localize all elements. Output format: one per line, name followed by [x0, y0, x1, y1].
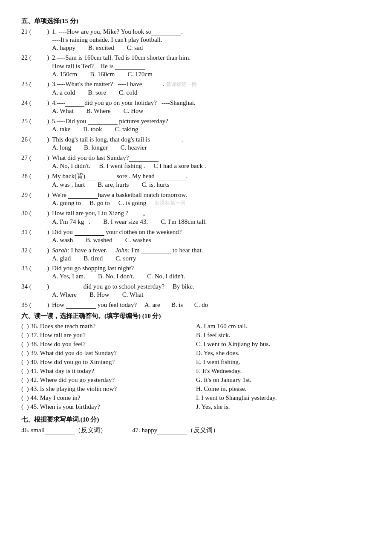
question-34: 34 ( ) did you go to school yesterday? B…: [21, 283, 371, 298]
q32-num: 32 (: [21, 247, 39, 254]
q35-paren: ): [39, 301, 52, 309]
question-23: 23 ( ) 3.----What's the matter? ----I ha…: [21, 81, 371, 96]
match-answer-J: J. Yes, she is.: [196, 403, 371, 410]
q28-choices: A. was , hurtB. are, hurtsC. is, hurts: [52, 181, 371, 188]
question-21: 21 ( ) 1. ----How are you, Mike? You loo…: [21, 28, 371, 52]
q23-text: 3.----What's the matter? ----I have . 新课…: [52, 81, 371, 88]
q32-paren: ): [39, 247, 52, 254]
q21-choices: A. happyB. excitedC. sad: [52, 44, 371, 52]
match-item-40: ( ) 40. How did you go to Xinjiang?: [21, 358, 196, 366]
match-answer-C: C. I went to Xinjiang by bus.: [196, 341, 371, 348]
question-31: 31 ( ) Did you your clothes on the weeke…: [21, 228, 371, 244]
section6-title: 六、读一读，选择正确答句。(填字母编号) (10 分): [21, 312, 371, 320]
q24-paren: ): [39, 99, 52, 107]
question-27: 27 ( ) What did you do last Sunday? A. N…: [21, 154, 371, 170]
q22-num: 22 (: [21, 54, 39, 61]
question-24: 24 ( ) 4.---- did you go on your holiday…: [21, 99, 371, 115]
q21-text: 1. ----How are you, Mike? You look so .: [52, 28, 371, 35]
q24-choices: A. WhatB. WhereC. How: [52, 107, 371, 115]
q33-text: Did you go shopping last night?: [52, 265, 371, 272]
q26-num: 26 (: [21, 136, 39, 143]
question-29: 29 ( ) We're have a basketball match tom…: [21, 191, 371, 207]
q31-text: Did you your clothes on the weekend?: [52, 228, 371, 236]
q34-choices: A. WhereB. HowC. What: [52, 291, 371, 298]
question-28: 28 ( ) My back(背) sore . My head . A. wa…: [21, 172, 371, 188]
q23-choices: A. a coldB. soreC. cold: [52, 89, 371, 96]
q30-num: 30 (: [21, 210, 39, 217]
q24-text: 4.---- did you go on your holiday? ----S…: [52, 99, 371, 107]
match-item-37: ( ) 37. How tall are you?: [21, 332, 196, 339]
q26-choices: A. longB. longerC. heavier: [52, 144, 371, 151]
q27-num: 27 (: [21, 154, 39, 162]
match-item-43: ( ) 43. Is she playing the violin now?: [21, 385, 196, 393]
q30-choices: A. I'm 74 kg .B. I wear size 43.C. I'm 1…: [52, 218, 371, 225]
match-item-42: ( ) 42. Where did you go yesterday?: [21, 376, 196, 384]
q21-line2: ----It's raining outside. I can't play f…: [52, 36, 371, 43]
q28-paren: ): [39, 173, 52, 180]
q29-num: 29 (: [21, 191, 39, 199]
q35-num: 35 (: [21, 301, 39, 309]
question-30: 30 ( ) How tall are you, Liu Xiang ? 。 A…: [21, 209, 371, 225]
q25-paren: ): [39, 118, 52, 125]
q29-text: We're have a basketball match tomorrow.: [52, 191, 371, 199]
q25-num: 25 (: [21, 118, 39, 125]
question-32: 32 ( ) Sarah: I have a fever. John: I'm …: [21, 246, 371, 262]
q27-paren: ): [39, 154, 52, 162]
q22-choices: A. 150cmB. 160cmC. 170cm: [52, 71, 371, 78]
q28-num: 28 (: [21, 173, 39, 180]
q32-choices: A. gladB. tiredC. sorry: [52, 255, 371, 262]
match-answer-I: I. I went to Shanghai yesterday.: [196, 394, 371, 402]
q33-choices: A. Yes, I am.B. No, I don't.C. No, I did…: [52, 273, 371, 280]
match-answer-H: H. Come in, please.: [196, 385, 371, 393]
q22-line2: How tall is Ted? He is: [52, 62, 371, 70]
match-container: ( ) 36. Does she teach math? ( ) 37. How…: [21, 323, 371, 412]
q23-num: 23 (: [21, 81, 39, 88]
q21-paren: ): [39, 28, 52, 35]
question-22: 22 ( ) 2.----Sam is 160cm tall. Ted is 1…: [21, 54, 371, 78]
vocab-item-47: 47. happy （反义词）: [132, 426, 219, 434]
question-35: 35 ( ) How you feel today? A. are B. is …: [21, 301, 371, 309]
q31-paren: ): [39, 228, 52, 236]
match-answer-B: B. I feel sick.: [196, 332, 371, 339]
q25-text: 5.----Did you pictures yesterday?: [52, 117, 371, 125]
q34-text: did you go to school yesterday? By bike.: [52, 283, 371, 290]
match-right: A. I am 160 cm tall. B. I feel sick. C. …: [196, 323, 371, 412]
q22-paren: ): [39, 54, 52, 61]
q30-text: How tall are you, Liu Xiang ? 。: [52, 209, 371, 217]
q30-paren: ): [39, 210, 52, 217]
q34-paren: ): [39, 283, 52, 290]
q35-text: How you feel today? A. are B. is C. do: [52, 301, 371, 309]
match-left: ( ) 36. Does she teach math? ( ) 37. How…: [21, 323, 196, 412]
match-answer-E: E. I went fishing.: [196, 358, 371, 366]
q25-choices: A. takeB. tookC. taking: [52, 126, 371, 133]
q27-choices: A. No, I didn't.B. I went fishing .C I h…: [52, 162, 371, 170]
q27-text: What did you do last Sunday?: [52, 154, 371, 162]
section5-title: 五、单项选择(15 分): [21, 17, 371, 25]
q26-paren: ): [39, 136, 52, 143]
q31-num: 31 (: [21, 228, 39, 236]
q28-text: My back(背) sore . My head .: [52, 172, 371, 180]
q23-paren: ): [39, 81, 52, 88]
q22-text: 2.----Sam is 160cm tall. Ted is 10cm sho…: [52, 54, 371, 61]
q21-num: 21 (: [21, 28, 39, 35]
match-item-44: ( ) 44. May I come in?: [21, 394, 196, 402]
question-33: 33 ( ) Did you go shopping last night? A…: [21, 265, 371, 280]
question-26: 26 ( ) This dog's tail is long, that dog…: [21, 136, 371, 151]
q29-paren: ): [39, 191, 52, 199]
match-item-41: ( ) 41. What day is it today?: [21, 367, 196, 375]
match-item-45: ( ) 45. When is your birthday?: [21, 403, 196, 410]
q34-num: 34 (: [21, 283, 39, 290]
q26-text: This dog's tail is long, that dog's tail…: [52, 136, 371, 143]
q33-paren: ): [39, 265, 52, 272]
match-answer-G: G. It's on January 1st.: [196, 376, 371, 384]
q32-text: Sarah: I have a fever. John: I'm to hear…: [52, 246, 371, 254]
match-item-39: ( ) 39. What did you do last Sunday?: [21, 350, 196, 357]
vocab-item-46: 46. small （反义词）: [21, 426, 107, 434]
match-answer-A: A. I am 160 cm tall.: [196, 323, 371, 330]
question-25: 25 ( ) 5.----Did you pictures yesterday?…: [21, 117, 371, 133]
section7-title: 七、根据要求写单词.(10 分): [21, 416, 371, 424]
match-answer-D: D. Yes, she does.: [196, 350, 371, 357]
q31-choices: A. washB. washedC. washes: [52, 237, 371, 244]
match-answer-F: F. It's Wednesday.: [196, 367, 371, 375]
vocab-row-1: 46. small （反义词） 47. happy （反义词）: [21, 426, 371, 434]
